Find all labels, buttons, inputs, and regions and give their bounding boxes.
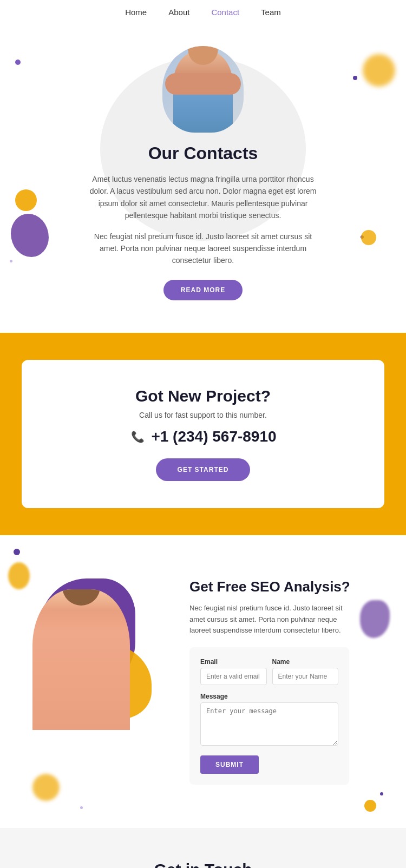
person-head [188, 46, 218, 65]
nav-about[interactable]: About [168, 8, 189, 17]
name-input[interactable] [272, 668, 339, 685]
project-card: Got New Project? Call us for fast suppor… [22, 360, 384, 508]
message-label: Message [200, 693, 338, 700]
phone-row: 📞 +1 (234) 567-8910 [43, 428, 363, 445]
contact-title: Get in Touch [22, 860, 384, 868]
hero-text2: Nec feugiat nisl pretium fusce id. Justo… [84, 231, 322, 267]
contact-section: Get in Touch Duis aute irure dolor in re… [0, 828, 406, 868]
name-group: Name [272, 658, 339, 685]
seo-description: Nec feugiat nisl pretium fusce id. Justo… [189, 603, 352, 636]
hero-blob-orange-topleft [15, 189, 37, 211]
submit-button[interactable]: SUBMIT [200, 755, 259, 774]
seo-content: Get Free SEO Analysis? Nec feugiat nisl … [189, 568, 384, 785]
form-row-1: Email Name [200, 658, 338, 685]
navigation: Home About Contact Team [0, 0, 406, 24]
seo-blob-orange-bottomright [364, 800, 376, 812]
hero-blob-orange-right [361, 230, 376, 245]
project-subtitle: Call us for fast support to this number. [43, 411, 363, 419]
seo-form-card: Email Name Message SUBMIT [189, 647, 349, 785]
hero-title: Our Contacts [11, 143, 395, 163]
email-input[interactable] [200, 668, 267, 685]
hero-text1: Amet luctus venenatis lectus magna fring… [84, 173, 322, 222]
hero-dot-small [10, 260, 12, 262]
project-title: Got New Project? [43, 387, 363, 405]
project-section: Got New Project? Call us for fast suppor… [0, 333, 406, 535]
seo-inner: Get Free SEO Analysis? Nec feugiat nisl … [22, 568, 384, 785]
seo-person-image [32, 578, 152, 730]
message-textarea[interactable] [200, 702, 338, 746]
email-group: Email [200, 658, 267, 685]
seo-section: Get Free SEO Analysis? Nec feugiat nisl … [0, 535, 406, 828]
hero-blob-purple [11, 214, 49, 257]
hero-person-image [162, 46, 244, 133]
person-arms [165, 73, 241, 95]
person-body [173, 51, 233, 133]
nav-team[interactable]: Team [261, 8, 281, 17]
seo-dot-bottomleft [80, 806, 83, 809]
get-started-button[interactable]: GET STARTED [156, 458, 251, 481]
hero-person-container [162, 46, 244, 133]
seo-person-body [32, 589, 130, 730]
phone-icon: 📞 [129, 429, 146, 445]
hero-blob-orange-topright [363, 54, 395, 87]
hero-dot-topright [353, 76, 357, 80]
message-group: Message [200, 693, 338, 748]
nav-contact[interactable]: Contact [211, 8, 239, 17]
seo-title: Get Free SEO Analysis? [189, 578, 384, 595]
name-label: Name [272, 658, 339, 666]
hero-section: Our Contacts Amet luctus venenatis lectu… [0, 24, 406, 333]
read-more-button[interactable]: READ MORE [163, 280, 243, 300]
seo-dot-topleft [14, 549, 20, 555]
seo-person-area [22, 568, 173, 730]
nav-home[interactable]: Home [125, 8, 147, 17]
phone-number: +1 (234) 567-8910 [151, 428, 276, 445]
email-label: Email [200, 658, 267, 666]
hero-dot-topleft [15, 60, 21, 65]
seo-dot-right [380, 792, 383, 795]
seo-person-head [62, 589, 100, 606]
